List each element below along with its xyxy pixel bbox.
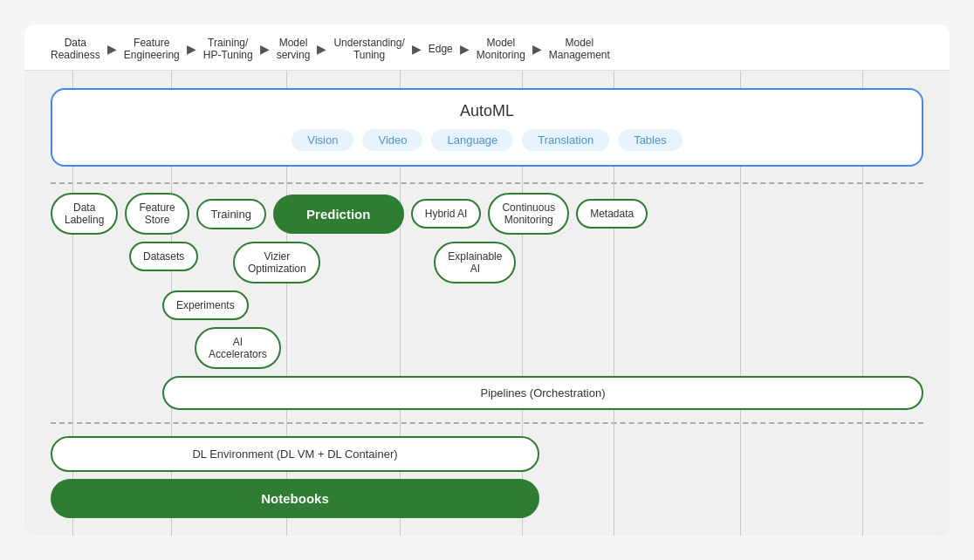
node-pipelines: Pipelines (Orchestration) xyxy=(162,376,923,410)
step-feature-engineering: Feature Engineering xyxy=(124,37,180,61)
mid-sub-col: Vizier Optimization xyxy=(233,242,320,283)
node-vizier-optimization: Vizier Optimization xyxy=(233,242,320,283)
node-data-labeling: Data Labeling xyxy=(51,193,118,235)
node-metadata: Metadata xyxy=(576,199,648,229)
step-edge: Edge xyxy=(429,43,453,55)
dashed-line-bottom xyxy=(51,422,923,424)
pipeline-bar: Data Readiness ▶ Feature Engineering ▶ T… xyxy=(24,24,950,71)
main-container: Data Readiness ▶ Feature Engineering ▶ T… xyxy=(24,24,950,536)
pill-video: Video xyxy=(362,129,422,151)
dashed-line-top xyxy=(51,182,923,184)
bottom-section: DL Environment (DL VM + DL Container) No… xyxy=(51,436,923,518)
node-experiments: Experiments xyxy=(162,290,249,320)
node-dl-environment: DL Environment (DL VM + DL Container) xyxy=(51,436,539,472)
automl-pills: Vision Video Language Translation Tables xyxy=(70,129,904,151)
step-model-serving: Model serving xyxy=(277,37,311,61)
node-continuous-monitoring: Continuous Monitoring xyxy=(488,193,569,235)
pill-tables: Tables xyxy=(618,129,682,151)
arrow-3: ▶ xyxy=(260,42,270,56)
pill-translation: Translation xyxy=(522,129,609,151)
node-hybrid-ai: Hybrid AI xyxy=(411,199,482,229)
node-feature-store: Feature Store xyxy=(125,193,189,235)
step-model-monitoring: Model Monitoring xyxy=(477,37,525,61)
step-model-management: Model Management xyxy=(549,37,610,61)
node-training: Training xyxy=(196,199,266,229)
pill-vision: Vision xyxy=(292,129,353,151)
arrow-1: ▶ xyxy=(107,42,117,56)
arrow-2: ▶ xyxy=(187,42,196,56)
node-datasets: Datasets xyxy=(129,242,198,271)
pipelines-row: Pipelines (Orchestration) xyxy=(51,376,923,410)
experiments-row: Experiments xyxy=(51,290,923,320)
arrow-4: ▶ xyxy=(317,42,326,56)
node-notebooks: Notebooks xyxy=(51,479,539,518)
automl-title: AutoML xyxy=(70,102,904,120)
node-ai-accelerators: AI Accelerators xyxy=(195,327,281,369)
arrow-5: ▶ xyxy=(412,42,422,56)
node-prediction: Prediction xyxy=(273,195,404,234)
automl-section: AutoML Vision Video Language Translation… xyxy=(51,88,923,167)
pill-language: Language xyxy=(431,129,513,151)
second-nodes-row: Datasets Vizier Optimization Explainable… xyxy=(51,242,923,283)
step-understanding-tuning: Understanding/ Tuning xyxy=(333,37,404,61)
node-explainable-ai: Explainable AI xyxy=(434,242,516,283)
main-nodes-row: Data Labeling Feature Store Training Pre… xyxy=(51,193,923,235)
right-sub-col: Explainable AI xyxy=(434,242,516,283)
step-training-hp-tuning: Training/ HP-Tuning xyxy=(203,37,253,61)
diagram-area: AutoML Vision Video Language Translation… xyxy=(24,71,950,536)
ai-accelerators-row: AI Accelerators xyxy=(51,327,923,369)
step-data-readiness: Data Readiness xyxy=(51,37,100,61)
arrow-6: ▶ xyxy=(460,42,470,56)
arrow-7: ▶ xyxy=(532,42,542,56)
left-sub-col: Datasets xyxy=(129,242,198,271)
